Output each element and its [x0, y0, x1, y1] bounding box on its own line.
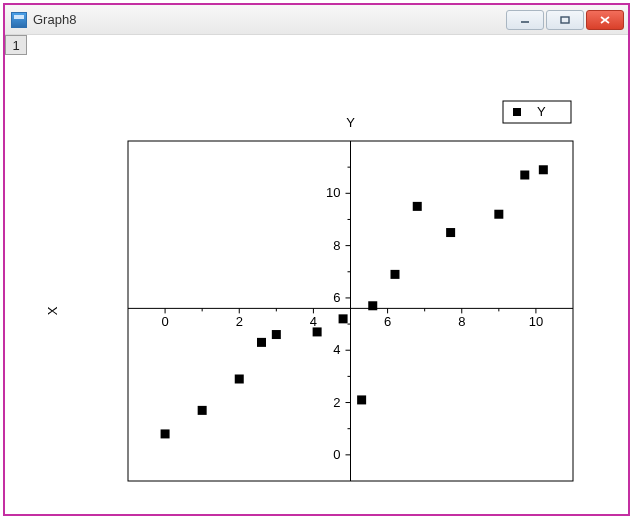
data-point [520, 171, 529, 180]
x-tick-label: 4 [310, 314, 317, 329]
chart-container: 02468100246810YXY [13, 61, 620, 506]
x-tick-label: 8 [458, 314, 465, 329]
minimize-icon [519, 15, 531, 25]
data-point [446, 228, 455, 237]
data-point [198, 406, 207, 415]
data-point [161, 429, 170, 438]
x-tick-label: 0 [161, 314, 168, 329]
window-frame: Graph8 1 02468100246810YXY [3, 3, 630, 516]
x-tick-label: 10 [529, 314, 543, 329]
legend-label: Y [537, 104, 546, 119]
maximize-icon [559, 15, 571, 25]
window-controls [506, 10, 624, 30]
y-tick-label: 4 [333, 342, 340, 357]
scatter-chart: 02468100246810YXY [13, 61, 618, 509]
x-axis-label: X [45, 306, 60, 315]
data-point [313, 327, 322, 336]
data-point [235, 375, 244, 384]
data-point [494, 210, 503, 219]
close-icon [599, 15, 611, 25]
titlebar[interactable]: Graph8 [5, 5, 628, 35]
minimize-button[interactable] [506, 10, 544, 30]
corner-tab[interactable]: 1 [5, 35, 27, 55]
data-point [391, 270, 400, 279]
data-point [272, 330, 281, 339]
y-tick-label: 0 [333, 447, 340, 462]
x-tick-label: 6 [384, 314, 391, 329]
client-area: 1 02468100246810YXY [5, 35, 628, 514]
data-point [357, 395, 366, 404]
x-tick-label: 2 [236, 314, 243, 329]
y-axis-label: Y [346, 115, 355, 130]
maximize-button[interactable] [546, 10, 584, 30]
y-tick-label: 10 [326, 185, 340, 200]
data-point [413, 202, 422, 211]
close-button[interactable] [586, 10, 624, 30]
data-point [339, 314, 348, 323]
y-tick-label: 8 [333, 238, 340, 253]
legend-marker-icon [513, 108, 521, 116]
data-point [257, 338, 266, 347]
app-icon [11, 12, 27, 28]
window-title: Graph8 [33, 12, 506, 27]
data-point [539, 165, 548, 174]
y-tick-label: 6 [333, 290, 340, 305]
data-point [368, 301, 377, 310]
y-tick-label: 2 [333, 395, 340, 410]
svg-rect-1 [561, 17, 569, 23]
